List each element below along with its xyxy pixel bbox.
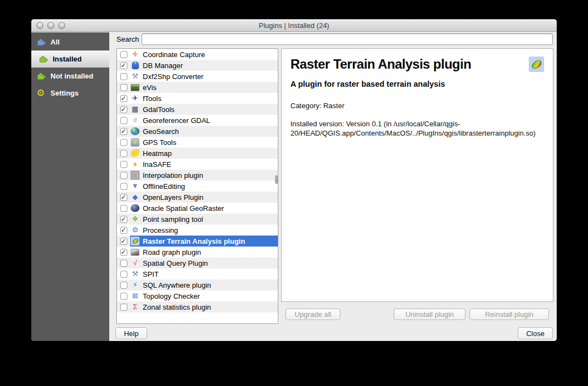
checkbox-checked[interactable]: ✓ [120, 238, 127, 245]
checkbox-unchecked[interactable] [120, 183, 127, 190]
checkbox-unchecked[interactable] [120, 293, 127, 300]
checkbox-checked[interactable]: ✓ [120, 249, 127, 256]
plugin-name: Topology Checker [143, 292, 200, 300]
uninstall-plugin-button[interactable]: Uninstall plugin [394, 309, 466, 320]
plugin-checkbox-cell: ✓ [117, 192, 130, 203]
plugin-row[interactable]: ✓⚙Processing [117, 225, 278, 236]
checkbox-unchecked[interactable] [120, 139, 127, 146]
help-button[interactable]: Help [115, 327, 147, 339]
checkbox-unchecked[interactable] [120, 84, 127, 91]
plugin-checkbox-cell [117, 279, 130, 290]
plugin-row-content: ⚒Dxf2Shp Converter [130, 71, 278, 82]
inasafe-icon: ♦ [131, 160, 139, 169]
checkbox-checked[interactable]: ✓ [120, 216, 127, 223]
plugin-row[interactable]: ∴Interpolation plugin [117, 170, 278, 181]
checkbox-unchecked[interactable] [120, 205, 127, 212]
plugin-checkbox-cell [117, 181, 130, 192]
sidebar-item-label: Not installed [51, 72, 93, 80]
sidebar-item-not-installed[interactable]: Not installed [31, 68, 109, 85]
plugin-row-content: eVis [130, 82, 278, 93]
plugin-name: Raster Terrain Analysis plugin [143, 237, 245, 245]
plugin-checkbox-cell: ✓ [117, 214, 130, 225]
plugin-manager-window: Plugins | Installed (24) AllInstalledNot… [31, 19, 557, 341]
plugin-detail-icon [529, 57, 544, 72]
plugin-row[interactable]: ✓✈fTools [117, 93, 278, 104]
checkbox-checked[interactable]: ✓ [120, 106, 127, 113]
plugin-name: eVis [143, 83, 156, 92]
topology-checker-icon: ⊠ [131, 292, 139, 300]
plugin-row-content: ❖Point sampling tool [130, 214, 278, 225]
plugin-row[interactable]: ✓▦GdalTools [117, 104, 278, 115]
close-button[interactable]: Close [518, 327, 553, 339]
plugin-row[interactable]: ✛Coordinate Capture [117, 49, 278, 60]
checkbox-unchecked[interactable] [120, 282, 127, 289]
checkbox-checked[interactable]: ✓ [120, 227, 127, 234]
checkbox-unchecked[interactable] [120, 73, 127, 80]
road-graph-icon [131, 249, 139, 256]
search-input[interactable] [142, 33, 553, 45]
plugin-name: Processing [143, 226, 178, 234]
evis-icon [131, 84, 139, 91]
plugin-detail-version: Installed version: Version 0.1 (in /usr/… [290, 119, 544, 138]
plugin-row[interactable]: ⚒Dxf2Shp Converter [117, 71, 278, 82]
plugin-row[interactable]: ✓DB Manager [117, 60, 278, 71]
plugin-row-content: ΣZonal statistics plugin [130, 301, 278, 312]
plugin-name: OfflineEditing [143, 182, 185, 191]
plugin-row[interactable]: Oracle Spatial GeoRaster [117, 203, 278, 214]
upgrade-all-button[interactable]: Upgrade all [285, 309, 340, 320]
checkbox-unchecked[interactable] [120, 260, 127, 267]
plugin-row[interactable]: ♦InaSAFE [117, 159, 278, 170]
plugin-row-content: ✛Coordinate Capture [130, 49, 278, 60]
plugin-row[interactable]: ✓GeoSearch [117, 126, 278, 137]
reinstall-plugin-button[interactable]: Reinstall plugin [469, 309, 549, 320]
plugin-name: Oracle Spatial GeoRaster [143, 204, 224, 212]
checkbox-unchecked[interactable] [120, 117, 127, 124]
checkbox-checked[interactable]: ✓ [120, 62, 127, 69]
checkbox-checked[interactable]: ✓ [120, 128, 127, 135]
plugin-row[interactable]: #Georeferencer GDAL [117, 115, 278, 126]
sidebar-item-settings[interactable]: ⚙Settings [31, 85, 109, 102]
checkbox-unchecked[interactable] [120, 304, 127, 311]
dxf2shp-icon: ⚒ [131, 72, 139, 81]
checkbox-unchecked[interactable] [120, 271, 127, 278]
plugin-name: Heatmap [143, 149, 172, 158]
checkbox-unchecked[interactable] [120, 150, 127, 157]
sidebar-item-installed[interactable]: Installed [31, 51, 109, 68]
plugin-row[interactable]: ⚒SPIT [117, 268, 278, 279]
plugin-row[interactable]: ▼OfflineEditing [117, 181, 278, 192]
checkbox-checked[interactable]: ✓ [120, 95, 127, 102]
plugin-row-content: ✚GPS Tools [130, 137, 278, 148]
checkbox-unchecked[interactable] [120, 161, 127, 168]
checkbox-checked[interactable]: ✓ [120, 194, 127, 201]
plugin-row[interactable]: Heatmap [117, 148, 278, 159]
title-bar[interactable]: Plugins | Installed (24) [31, 19, 557, 32]
list-scrollbar-grip[interactable] [275, 175, 278, 184]
plugin-row[interactable]: ✓❖Point sampling tool [117, 214, 278, 225]
plugin-name: Interpolation plugin [143, 171, 203, 180]
plugin-checkbox-cell [117, 290, 130, 301]
plugin-checkbox-cell [117, 137, 130, 148]
offline-editing-icon: ▼ [131, 182, 139, 191]
plugin-row[interactable]: ✓◆OpenLayers Plugin [117, 192, 278, 203]
plugin-row-content: √Spatial Query Plugin [130, 258, 278, 268]
checkbox-unchecked[interactable] [120, 51, 127, 58]
plugin-row[interactable]: eVis [117, 82, 278, 93]
plugin-row[interactable]: ⊠Topology Checker [117, 290, 278, 301]
plugin-name: Georeferencer GDAL [143, 116, 210, 125]
plugin-checkbox-cell [117, 268, 130, 279]
checkbox-unchecked[interactable] [120, 172, 127, 179]
gear-yellow-icon: ⚙ [36, 88, 46, 98]
plugin-row[interactable]: √Spatial Query Plugin [117, 258, 278, 268]
geosearch-icon [131, 127, 139, 135]
plugin-row[interactable]: ✓Road graph plugin [117, 247, 278, 258]
plugin-row[interactable]: ✓Raster Terrain Analysis plugin [117, 236, 278, 247]
category-sidebar: AllInstalledNot installed⚙Settings [31, 32, 109, 341]
plugin-name: OpenLayers Plugin [143, 193, 204, 202]
sidebar-item-all[interactable]: All [31, 33, 109, 51]
plugin-name: Point sampling tool [143, 215, 203, 223]
plugin-row[interactable]: ✚GPS Tools [117, 137, 278, 148]
plugin-row[interactable]: ⚡SQL Anywhere plugin [117, 279, 278, 290]
plugin-name: Spatial Query Plugin [143, 259, 208, 267]
plugin-row[interactable]: ΣZonal statistics plugin [117, 301, 278, 312]
plugin-checkbox-cell [117, 159, 130, 170]
